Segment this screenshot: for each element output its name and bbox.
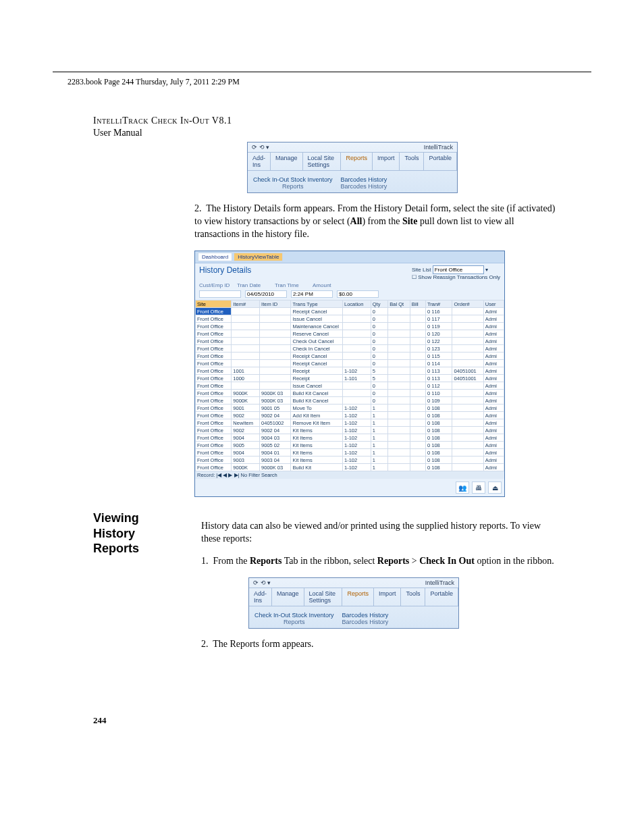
col-qty[interactable]: Qty [371, 301, 388, 308]
table-row[interactable]: Front Office90019001 05Move To1-10210 10… [196, 405, 504, 412]
table-row[interactable]: Front OfficeReceipt Cancel00 115Admi [196, 353, 504, 360]
lbl-trandate: Tran Date [237, 282, 271, 288]
tab2-localsite[interactable]: Local Site Settings [304, 588, 343, 606]
ribbon-tabs: Add-Ins Manage Local Site Settings Repor… [248, 152, 457, 171]
col-tran[interactable]: Tran# [425, 301, 452, 308]
tab2-portable[interactable]: Portable [425, 588, 458, 606]
btn2-history2[interactable]: History [369, 619, 388, 625]
table-row[interactable]: Front Office1000Receipt1-10150 113040510… [196, 375, 504, 382]
step-2b: 2. The Reports form appears. [201, 638, 556, 651]
s1b-mid: Tab in the ribbon, select [281, 556, 377, 566]
table-row[interactable]: Front Office9000K9000K 03Build Kit1-1021… [196, 464, 504, 471]
table-row[interactable]: Front Office9000K9000K 03Build Kit Cance… [196, 390, 504, 397]
lbl-trantime: Tran Time [275, 282, 308, 288]
col-item[interactable]: Item# [232, 301, 260, 308]
btn2-barcodes[interactable]: Barcodes [342, 612, 368, 619]
s1b-gt: > [409, 556, 419, 566]
tab2-reports[interactable]: Reports [342, 588, 374, 606]
step-2b-text: The Reports form appears. [213, 639, 313, 649]
ribbon2-group-1: Check In-Out Stock Inventory Reports [252, 610, 337, 627]
ribbon2-group-2: Barcodes History Barcodes History [340, 610, 392, 627]
book-meta: 2283.book Page 244 Thursday, July 7, 201… [68, 77, 240, 87]
btn-checkinout[interactable]: Check In-Out [253, 176, 289, 183]
table-row[interactable]: Front Office90029002 04Add Kit Item1-102… [196, 412, 504, 419]
col-balqt[interactable]: Bal Qt [388, 301, 410, 308]
ribbon-group-2: Barcodes History Barcodes History [338, 175, 390, 191]
tab-addins[interactable]: Add-Ins [248, 153, 271, 170]
btn-reports-lower[interactable]: Reports [282, 183, 304, 190]
tab-reports[interactable]: Reports [341, 153, 373, 170]
site-list-dropdown[interactable] [433, 265, 484, 274]
ribbon-screenshot-2: ⟳ ⟲ ▾ IntelliTrack Add-Ins Manage Local … [248, 577, 459, 629]
table-row[interactable]: Front OfficeCheck Out Cancel00 122Admi [196, 338, 504, 345]
tab2-manage[interactable]: Manage [272, 588, 304, 606]
ribbon-screenshot-1: ⟳ ⟲ ▾ IntelliTrack Add-Ins Manage Local … [247, 142, 458, 193]
table-row[interactable]: Front OfficeIssue Cancel00 117Admi [196, 315, 504, 323]
checkbox-icon[interactable]: ☐ [412, 274, 417, 280]
tab2-import[interactable]: Import [374, 588, 402, 606]
table-row[interactable]: Front OfficeCheck In Cancel00 123Admi [196, 345, 504, 353]
table-row[interactable]: Front Office90039003 04Kit Items1-10210 … [196, 457, 504, 464]
app-title: IntelliTrack [424, 144, 453, 151]
record-nav[interactable]: Record: |◀ ◀ ▶ ▶| No Filter Search [195, 471, 504, 479]
btn-history[interactable]: History [368, 176, 387, 183]
all-word: All [350, 216, 363, 226]
tab-localsite[interactable]: Local Site Settings [303, 153, 342, 170]
btn-barcodes[interactable]: Barcodes [341, 176, 367, 183]
site-list-label: Site List [412, 267, 431, 273]
tab-manage[interactable]: Manage [271, 153, 303, 170]
btn-inventory[interactable]: Inventory [308, 176, 333, 183]
qat-icon-2: ⟳ ⟲ ▾ [253, 579, 271, 586]
btn2-inventory[interactable]: Inventory [309, 612, 334, 619]
col-itemid[interactable]: Item ID [260, 301, 291, 308]
val-amount[interactable]: $0.00 [337, 290, 379, 298]
step-2a-mid: ) from the [362, 216, 402, 226]
table-row[interactable]: Front Office90049004 03Kit Items1-10210 … [196, 434, 504, 442]
col-order[interactable]: Order# [452, 301, 483, 308]
tab2-addins[interactable]: Add-Ins [249, 588, 272, 606]
tab-portable[interactable]: Portable [424, 153, 457, 170]
table-row[interactable]: Front OfficeReceipt Cancel00 116Admi [196, 308, 504, 315]
col-site[interactable]: Site [196, 301, 232, 308]
btn2-barcodes2[interactable]: Barcodes [342, 619, 368, 625]
table-row[interactable]: Front Office90059005 02Kit Items1-10210 … [196, 442, 504, 449]
history-details-screenshot: Dashboard HistoryViewTable History Detai… [194, 251, 505, 497]
table-row[interactable]: Front OfficeReceipt Cancel00 114Admi [196, 360, 504, 367]
s1b-reports: Reports [250, 556, 281, 566]
btn2-stock[interactable]: Stock [292, 612, 308, 619]
table-row[interactable]: Front OfficeReserve Cancel00 120Admi [196, 330, 504, 338]
footer-icon-exit[interactable]: ⏏ [488, 481, 502, 494]
col-bill[interactable]: Bill [410, 301, 425, 308]
btn2-history[interactable]: History [369, 612, 388, 619]
table-row[interactable]: Front Office1001Receipt1-10250 113040510… [196, 367, 504, 375]
footer-icon-users[interactable]: 👥 [456, 481, 469, 494]
tab-dashboard[interactable]: Dashboard [198, 253, 232, 261]
table-row[interactable]: Front Office90029002 04Kit Items1-10210 … [196, 427, 504, 434]
btn-history2[interactable]: History [368, 183, 387, 190]
col-transtype[interactable]: Trans Type [291, 301, 343, 308]
val-trantime[interactable]: 2:24 PM [291, 290, 333, 298]
s1b-reports2: Reports [377, 556, 409, 566]
val-trandate[interactable]: 04/05/2010 [245, 290, 287, 298]
table-row[interactable]: Front Office90049004 01Kit Items1-10210 … [196, 449, 504, 457]
table-row[interactable]: Front OfficeIssue Cancel00 112Admi [196, 382, 504, 390]
val-custemp[interactable] [199, 290, 241, 298]
btn2-reports-lower[interactable]: Reports [284, 619, 305, 625]
tab-tools[interactable]: Tools [400, 153, 424, 170]
table-row[interactable]: Front OfficeMaintenance Cancel00 119Admi [196, 323, 504, 330]
footer-icon-print[interactable]: 🖶 [472, 481, 485, 494]
site-word: Site [402, 216, 418, 226]
col-user[interactable]: User [483, 301, 504, 308]
lbl-custemp: Cust/Emp ID [199, 282, 233, 288]
tab2-tools[interactable]: Tools [401, 588, 425, 606]
col-location[interactable]: Location [343, 301, 371, 308]
manual-subtitle: User Manual [93, 128, 142, 138]
btn-barcodes2[interactable]: Barcodes [341, 183, 367, 190]
table-row[interactable]: Front OfficeNewItem04051002Remove Kit It… [196, 419, 504, 427]
tab-historyview[interactable]: HistoryViewTable [234, 253, 283, 261]
tab-import[interactable]: Import [373, 153, 400, 170]
btn-stock[interactable]: Stock [291, 176, 306, 183]
btn2-checkinout[interactable]: Check In-Out [254, 612, 290, 619]
step-num-1b: 1. [201, 556, 209, 566]
table-row[interactable]: Front Office9000K9000K 03Build Kit Cance… [196, 397, 504, 405]
